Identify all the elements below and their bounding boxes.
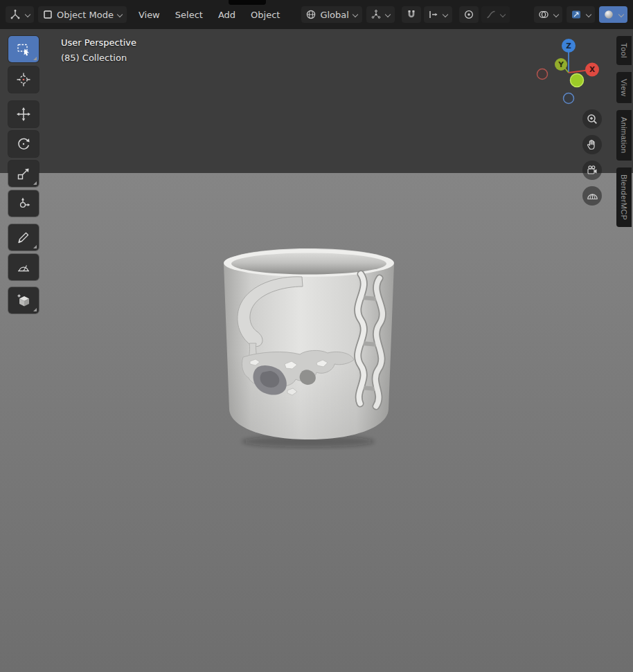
toggle-grid-button[interactable]: [582, 186, 602, 206]
header-right-cluster: [534, 6, 627, 23]
tab-animation[interactable]: Animation: [616, 110, 632, 161]
tool-annotate[interactable]: [8, 224, 39, 251]
viewport-canvas[interactable]: User Perspective (85) Collection: [0, 29, 633, 672]
proportional-falloff-button[interactable]: [481, 6, 510, 23]
axis-z-label: Z: [566, 42, 571, 50]
chevron-down-icon: [500, 12, 506, 17]
tab-view[interactable]: View: [616, 72, 632, 103]
tool-rotate[interactable]: [8, 131, 39, 157]
editor-type-icon: [10, 9, 21, 20]
snap-toggle-button[interactable]: [402, 6, 421, 23]
mode-label: Object Mode: [57, 10, 114, 20]
snap-target-button[interactable]: [424, 6, 452, 23]
blender-window: Object Mode View Select Add Object Globa…: [0, 0, 633, 672]
object-mode-icon: [42, 9, 53, 20]
tool-measure[interactable]: [8, 254, 39, 280]
menu-view[interactable]: View: [131, 7, 168, 23]
orientation-label: Global: [320, 10, 348, 20]
transform-orientation-button[interactable]: Global: [301, 6, 362, 23]
editor-type-button[interactable]: [6, 6, 34, 23]
pivot-icon: [371, 9, 382, 20]
chevron-down-icon: [618, 12, 623, 17]
collection-label: (85) Collection: [61, 53, 127, 63]
tool-transform[interactable]: [8, 190, 39, 217]
tool-select-box[interactable]: [8, 36, 39, 62]
orientation-globe-icon: [305, 9, 316, 20]
tab-tool[interactable]: Tool: [616, 36, 632, 65]
select-box-icon: [16, 42, 31, 57]
mug-object[interactable]: [218, 242, 400, 450]
snap-target-icon: [428, 9, 439, 20]
zoom-icon: [586, 113, 598, 125]
chevron-down-icon: [585, 12, 591, 17]
view-controls: [582, 109, 602, 206]
pan-button[interactable]: [582, 135, 602, 154]
falloff-curve-icon: [485, 9, 497, 20]
tool-scale[interactable]: [8, 161, 39, 187]
proportional-editing-button[interactable]: [459, 6, 479, 23]
chevron-down-icon: [24, 12, 30, 17]
viewport-header: Object Mode View Select Add Object Globa…: [0, 0, 633, 29]
shading-sphere-icon: [603, 9, 614, 20]
annotate-pen-icon: [16, 230, 31, 245]
grid-dome-icon: [586, 190, 598, 202]
screen-notch-artifact: [229, 0, 266, 5]
add-cube-icon: [16, 293, 31, 308]
tab-blendermcp[interactable]: BlenderMCP: [616, 167, 632, 227]
camera-icon: [586, 164, 598, 176]
chevron-down-icon: [443, 12, 448, 17]
transform-icon: [16, 196, 31, 211]
camera-view-button[interactable]: [582, 161, 602, 180]
axis-neg-y-handle[interactable]: [571, 74, 584, 87]
rotate-icon: [16, 136, 31, 152]
show-overlays-button[interactable]: [534, 6, 562, 23]
overlays-icon: [538, 9, 549, 20]
tool-add-cube[interactable]: [8, 287, 39, 314]
zoom-button[interactable]: [582, 109, 602, 129]
pan-hand-icon: [586, 138, 598, 151]
perspective-label: User Perspective: [61, 37, 136, 48]
pivot-point-button[interactable]: [366, 6, 395, 23]
chevron-down-icon: [385, 12, 391, 17]
axis-x-label: X: [589, 65, 595, 73]
navigation-gizmo[interactable]: Y Z X: [531, 33, 607, 109]
mode-selector[interactable]: Object Mode: [38, 6, 127, 23]
chevron-down-icon: [353, 12, 358, 17]
chevron-down-icon: [553, 12, 558, 17]
viewport-shading-button[interactable]: [599, 6, 627, 23]
move-icon: [16, 107, 31, 122]
gizmo-icon: [571, 9, 582, 20]
axis-neg-z-handle[interactable]: [564, 93, 574, 104]
menu-object[interactable]: Object: [243, 7, 287, 23]
show-gizmo-button[interactable]: [567, 6, 595, 23]
tool-move[interactable]: [8, 101, 39, 127]
scale-icon: [16, 166, 31, 181]
header-menus: View Select Add Object: [131, 7, 287, 23]
axis-neg-x-handle[interactable]: [537, 69, 548, 80]
chevron-down-icon: [117, 12, 123, 17]
sidebar-tabs: Tool View Animation BlenderMCP: [616, 36, 632, 227]
menu-select[interactable]: Select: [168, 7, 211, 23]
magnet-icon: [406, 9, 417, 20]
tool-shelf: [8, 36, 39, 314]
measure-icon: [16, 260, 31, 275]
tool-cursor-3d[interactable]: [8, 66, 39, 93]
proportional-icon: [463, 9, 474, 20]
menu-add[interactable]: Add: [211, 7, 243, 23]
axis-y-label: Y: [558, 60, 564, 69]
cursor-3d-icon: [16, 72, 31, 87]
